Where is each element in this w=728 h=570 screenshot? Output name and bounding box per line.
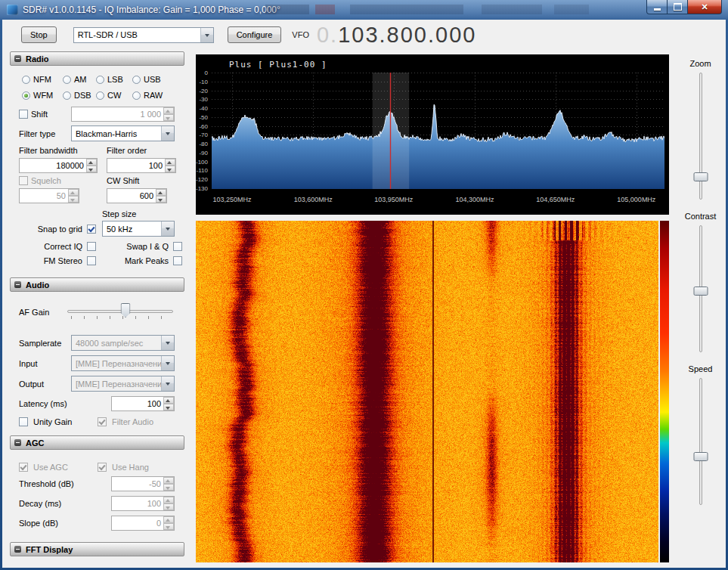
speed-slider-thumb[interactable] [693, 452, 708, 461]
mode-dsb[interactable]: DSB [63, 91, 96, 100]
spin-up-button[interactable] [163, 497, 174, 503]
spin-down-button[interactable] [156, 196, 166, 203]
waterfall-display[interactable] [196, 221, 658, 562]
contrast-slider-thumb[interactable] [693, 287, 708, 296]
swap-iq-checkbox[interactable] [173, 242, 182, 251]
fft-panel-header[interactable]: FFT Display [10, 542, 184, 556]
spinner [86, 159, 97, 172]
configure-button[interactable]: Configure [228, 26, 282, 43]
filter-bandwidth-input[interactable]: 180000 [19, 158, 98, 173]
slope-input[interactable]: 0 [111, 516, 175, 531]
speed-slider[interactable] [693, 378, 708, 505]
fm-stereo-label: FM Stereo [19, 256, 82, 265]
spin-down-button[interactable] [86, 166, 97, 172]
cw-shift-input[interactable]: 600 [107, 188, 167, 203]
radio-icon [132, 76, 141, 84]
latency-input[interactable]: 100 [111, 396, 175, 411]
spin-down-button[interactable] [163, 484, 174, 491]
spinner [156, 189, 166, 203]
spectrum-display[interactable]: Plus [ Plus1-00 ] 0-10-20-30-40-50-60-70… [196, 54, 669, 215]
mode-cw[interactable]: CW [96, 91, 132, 100]
snap-to-grid-checkbox[interactable] [87, 225, 96, 234]
mode-raw[interactable]: RAW [132, 91, 182, 100]
spin-up-button[interactable] [156, 189, 166, 196]
shift-checkbox[interactable] [19, 110, 28, 119]
radio-icon [63, 76, 71, 84]
mode-nfm[interactable]: NFM [22, 75, 63, 84]
mark-peaks-checkbox[interactable] [173, 256, 182, 265]
spin-up-button[interactable] [163, 107, 174, 114]
filter-audio-checkbox[interactable] [98, 417, 107, 426]
collapse-icon[interactable] [14, 546, 21, 553]
minimize-button[interactable] [646, 0, 668, 14]
stop-button[interactable]: Stop [21, 26, 57, 43]
zoom-slider-thumb[interactable] [693, 172, 708, 181]
spin-up-button[interactable] [86, 159, 97, 166]
spectrum-canvas[interactable] [212, 73, 664, 189]
mode-usb[interactable]: USB [132, 75, 182, 84]
decay-input[interactable]: 100 [111, 496, 175, 511]
mode-lsb[interactable]: LSB [96, 75, 132, 84]
threshold-input[interactable]: -50 [111, 476, 175, 491]
fm-stereo-checkbox[interactable] [87, 256, 96, 265]
frequency-display[interactable]: 0.103.800.000 [317, 24, 476, 46]
audio-input-select[interactable]: [MME] Переназначени [71, 355, 175, 371]
minimize-icon [654, 8, 661, 11]
squelch-input[interactable]: 50 [19, 188, 79, 203]
use-hang-checkbox[interactable] [98, 463, 107, 472]
squelch-checkbox[interactable] [19, 176, 28, 185]
af-gain-label: AF Gain [19, 308, 67, 317]
collapse-icon[interactable] [14, 281, 21, 288]
contrast-slider[interactable] [693, 225, 708, 352]
zoom-slider[interactable] [693, 73, 708, 200]
maximize-button[interactable] [668, 0, 688, 14]
spin-down-button[interactable] [163, 114, 174, 121]
spinner [163, 397, 174, 410]
spin-up-button[interactable] [163, 516, 174, 523]
af-gain-slider[interactable] [67, 303, 173, 321]
spinner [165, 159, 175, 172]
samplerate-select[interactable]: 48000 sample/sec [71, 335, 175, 351]
device-select[interactable]: RTL-SDR / USB [73, 27, 214, 43]
correct-iq-checkbox[interactable] [87, 242, 96, 251]
spin-up-button[interactable] [163, 477, 174, 484]
speed-label: Speed [675, 364, 726, 373]
maximize-icon [674, 3, 682, 11]
title-bar[interactable]: SDR# v1.0.0.1145 - IQ Imbalance: Gain = … [2, 0, 726, 20]
display-controls: Zoom Contrast Speed [675, 54, 726, 505]
glass-reflection [265, 3, 590, 17]
spin-up-button[interactable] [163, 397, 174, 404]
collapse-icon[interactable] [14, 439, 21, 446]
chevron-down-icon [161, 356, 174, 370]
agc-panel-header[interactable]: AGC [10, 435, 184, 450]
audio-output-select[interactable]: [MME] Переназначени [71, 376, 175, 392]
samplerate-label: Samplerate [19, 339, 67, 348]
close-button[interactable]: ✕ [688, 0, 722, 14]
spin-down-button[interactable] [165, 166, 175, 172]
spin-down-button[interactable] [68, 196, 79, 203]
spin-up-button[interactable] [68, 189, 79, 196]
collapse-icon[interactable] [14, 55, 21, 62]
slope-label: Slope (dB) [19, 519, 102, 528]
spin-down-button[interactable] [163, 523, 174, 530]
audio-panel-header[interactable]: Audio [10, 277, 184, 292]
cw-shift-label: CW Shift [107, 176, 179, 185]
radio-panel-title: Radio [26, 54, 49, 64]
spin-down-button[interactable] [163, 404, 174, 410]
window-content: Stop RTL-SDR / USB Configure VFO 0.103.8… [2, 20, 726, 568]
slider-track [699, 378, 702, 505]
spin-up-button[interactable] [165, 159, 175, 166]
use-agc-checkbox[interactable] [19, 463, 28, 472]
spin-down-button[interactable] [163, 503, 174, 510]
filter-order-input[interactable]: 100 [107, 158, 176, 173]
chevron-down-icon [161, 336, 174, 350]
mode-wfm[interactable]: WFM [22, 91, 63, 100]
shift-input[interactable]: 1 000 [71, 107, 175, 122]
step-size-select[interactable]: 50 kHz [102, 221, 175, 237]
radio-panel-header[interactable]: Radio [10, 51, 184, 66]
spinner [68, 189, 79, 203]
filter-type-select[interactable]: Blackman-Harris [71, 125, 175, 141]
mode-am[interactable]: AM [63, 75, 96, 84]
unity-gain-checkbox[interactable] [19, 417, 28, 426]
zoom-label: Zoom [675, 59, 726, 68]
